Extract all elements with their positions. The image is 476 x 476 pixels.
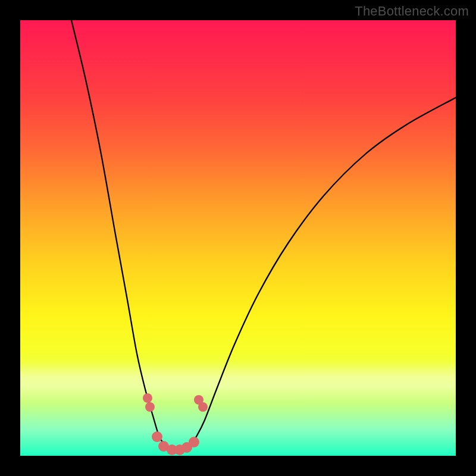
bottleneck-curve <box>71 20 456 450</box>
bottleneck-curve-layer <box>20 20 456 456</box>
watermark-text: TheBottleneck.com <box>355 4 469 19</box>
curve-marker <box>189 437 199 447</box>
curve-markers <box>143 393 208 455</box>
curve-marker <box>152 431 162 442</box>
curve-marker <box>145 402 155 412</box>
curve-marker <box>198 402 208 412</box>
curve-marker <box>143 393 152 403</box>
chart-frame: TheBottleneck.com <box>0 0 476 476</box>
